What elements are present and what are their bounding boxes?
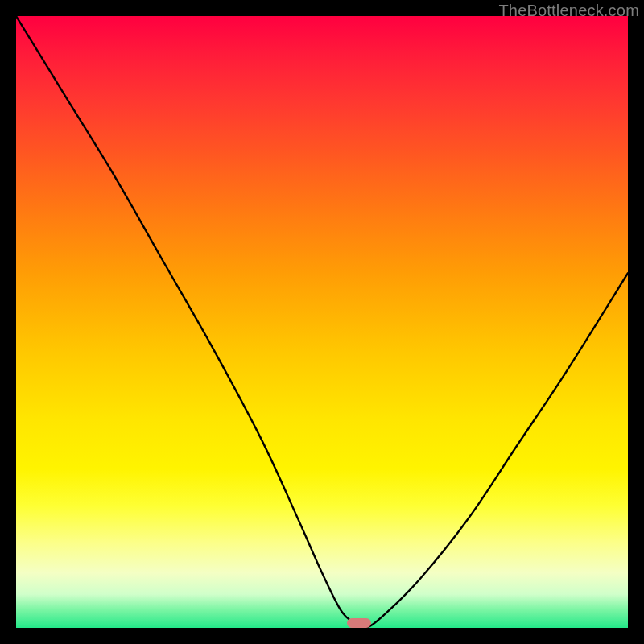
minimum-marker	[347, 618, 371, 628]
bottleneck-curve	[16, 16, 628, 628]
chart-frame: TheBottleneck.com	[0, 0, 644, 644]
plot-area	[16, 16, 628, 628]
watermark-text: TheBottleneck.com	[498, 2, 639, 20]
